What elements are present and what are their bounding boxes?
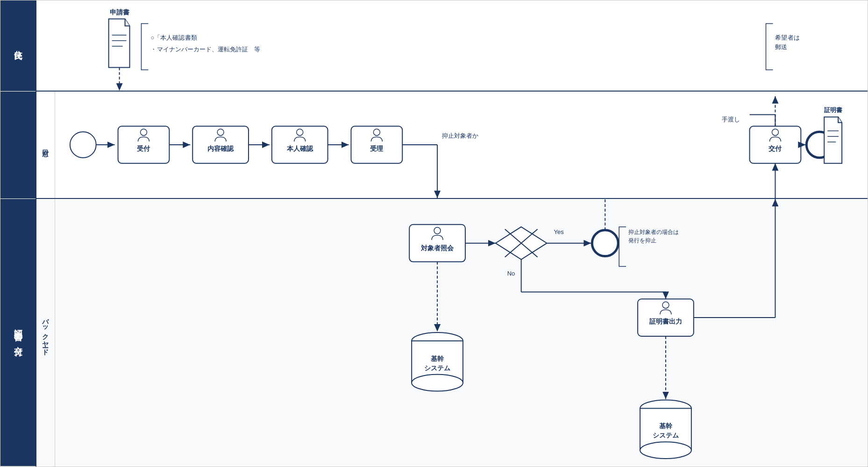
shomeisho-doc xyxy=(824,117,842,163)
lanes-content: 申請書 ○「本人確認書類 ・マイナンバーカード、運転免許証 等 希望者は 郵送 xyxy=(36,0,868,467)
diagram-container: 住民 証明書の交付 xyxy=(0,0,868,467)
task-shutsuryoku-label: 証明書出力 xyxy=(649,318,682,325)
task-honninkakkunin-label: 本人確認 xyxy=(286,145,313,152)
lane-madoguchi-svg: 受付 内容確認 本人確認 xyxy=(36,92,868,198)
shinseisho-doc xyxy=(109,19,130,68)
yokushi-anno-text2: 発行を抑止 xyxy=(628,237,656,244)
yokushi-annotation: 抑止対象者の場合は 発行を抑止 xyxy=(619,227,679,267)
db-kikan2-bottom xyxy=(640,442,691,459)
yuuso-text2: 郵送 xyxy=(775,43,787,50)
kikan2-label1: 基幹 xyxy=(659,422,673,430)
lane-label-outer: 証明書の交付 xyxy=(0,199,36,467)
honnin-text1: ○「本人確認書類 xyxy=(150,34,197,41)
task-uketsuke-label: 受付 xyxy=(137,145,150,152)
shomeisho-doc-label: 証明書 xyxy=(824,106,843,113)
tewatashi-label: 手渡し xyxy=(722,116,740,123)
honnin-text2: ・マイナンバーカード、運転免許証 等 xyxy=(150,46,260,53)
yokushi-anno-text1: 抑止対象者の場合は xyxy=(628,229,679,235)
yuuso-text1: 希望者は xyxy=(775,34,799,41)
kikan1-label2: システム xyxy=(424,364,450,372)
yes-label: Yes xyxy=(554,228,564,235)
kikan2-label2: システム xyxy=(653,432,679,439)
lane-label-jumin: 住民 xyxy=(0,0,36,92)
lane-madoguchi: 窓口 受付 xyxy=(36,92,868,199)
task-juri-label: 受理 xyxy=(370,145,384,152)
task-kofu-label: 交付 xyxy=(768,145,782,152)
jumin-label: 住民 xyxy=(13,44,24,48)
no-label: No xyxy=(507,270,515,277)
task-taishosha xyxy=(409,225,465,262)
lane-label-madoguchi-outer xyxy=(0,92,36,199)
shinseisho-label: 申請書 xyxy=(110,8,129,16)
honnin-annotation: ○「本人確認書類 ・マイナンバーカード、運転免許証 等 xyxy=(141,23,260,70)
yokushi-label: 抑止対象者か xyxy=(442,132,478,139)
lane-jumin: 申請書 ○「本人確認書類 ・マイナンバーカード、運転免許証 等 希望者は 郵送 xyxy=(36,0,868,92)
swimlane-wrapper: 住民 証明書の交付 xyxy=(0,0,868,467)
lane-labels: 住民 証明書の交付 xyxy=(0,0,36,467)
kikan1-label1: 基幹 xyxy=(431,355,444,362)
lane-backyard-svg: 対象者照会 基幹 システム xyxy=(36,199,868,467)
lane-jumin-svg: 申請書 ○「本人確認書類 ・マイナンバーカード、運転免許証 等 希望者は 郵送 xyxy=(36,0,868,91)
yuuso-annotation: 希望者は 郵送 xyxy=(766,23,799,70)
lane-backyard: バックヤード xyxy=(36,199,868,467)
task-taishosha-label: 対象者照会 xyxy=(420,244,454,252)
start-event xyxy=(70,132,96,158)
task-naiyokakunin-label: 内容確認 xyxy=(207,145,234,152)
outer-label: 証明書の交付 xyxy=(13,322,24,343)
intermediate-event-stop xyxy=(592,230,618,256)
db-kikan1-bottom xyxy=(412,375,463,391)
